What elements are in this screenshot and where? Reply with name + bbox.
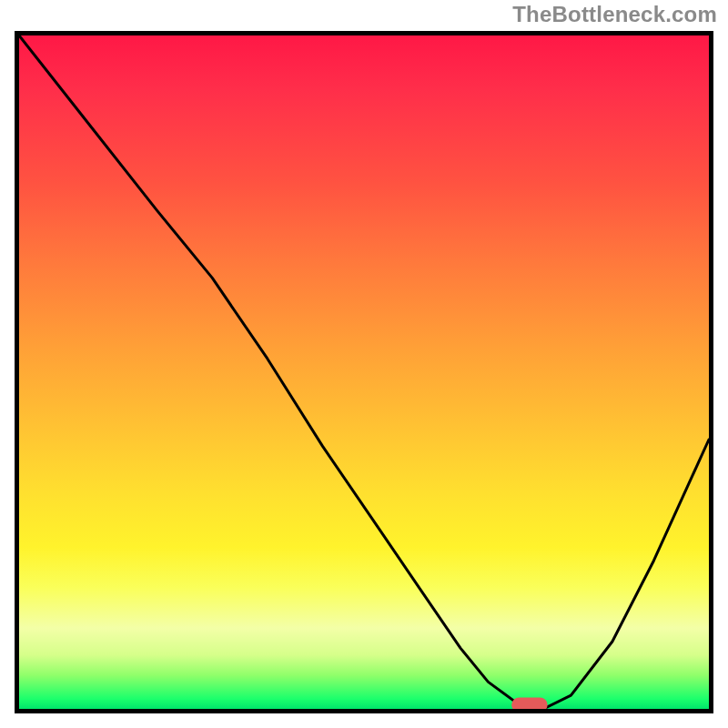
- optimal-marker: [511, 697, 547, 709]
- plot-frame: [15, 31, 713, 713]
- chart-stage: TheBottleneck.com: [0, 0, 728, 728]
- bottleneck-curve: [19, 35, 709, 709]
- watermark-text: TheBottleneck.com: [512, 2, 717, 27]
- curve-overlay: [19, 35, 709, 709]
